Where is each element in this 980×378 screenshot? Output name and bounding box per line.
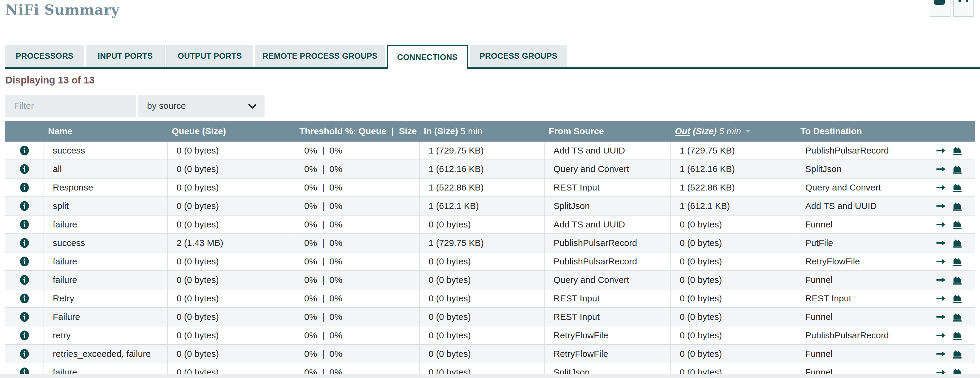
status-history-chart-icon[interactable] [952, 182, 963, 193]
status-history-chart-icon[interactable] [952, 219, 963, 230]
go-to-connection-arrow-icon[interactable] [936, 350, 946, 358]
tab-processors[interactable]: PROCESSORS [5, 45, 84, 67]
tab-process-groups[interactable]: PROCESS GROUPS [470, 45, 567, 67]
go-to-connection-arrow-icon[interactable] [936, 313, 946, 321]
status-history-chart-icon[interactable] [952, 330, 963, 341]
go-to-connection-arrow-icon[interactable] [936, 221, 946, 228]
tab-connections[interactable]: CONNECTIONS [387, 45, 468, 69]
info-circle-icon[interactable] [19, 182, 30, 193]
col-header-out-sorted[interactable]: Out (Size) 5 min [671, 121, 796, 141]
col-header-from-source[interactable]: From Source [544, 121, 671, 141]
row-actions [923, 197, 975, 215]
popout-icon [966, 0, 968, 2]
go-to-connection-arrow-icon[interactable] [936, 165, 946, 173]
status-history-chart-icon[interactable] [952, 201, 963, 211]
info-circle-icon[interactable] [19, 201, 30, 211]
popout-button[interactable] [953, 0, 974, 17]
from-source: PublishPulsarRecord [544, 234, 671, 252]
go-to-connection-arrow-icon[interactable] [936, 276, 946, 284]
col-header-threshold[interactable]: Threshold %: Queue | Size [295, 121, 420, 141]
queue-size: 0 (0 bytes) [168, 326, 295, 344]
go-to-connection-arrow-icon[interactable] [936, 332, 946, 339]
row-actions [923, 326, 975, 344]
to-destination: RetryFlowFile [796, 253, 923, 270]
col-header-name[interactable]: Name [44, 121, 168, 141]
col-header-queue[interactable]: Queue (Size) [168, 121, 295, 141]
row-info-cell [5, 308, 44, 326]
chevron-down-icon [248, 101, 256, 111]
to-destination: Query and Convert [796, 179, 923, 197]
info-circle-icon[interactable] [19, 330, 30, 341]
filter-mode-select[interactable]: by source [138, 95, 264, 117]
col-header-actions [923, 121, 975, 141]
summary-tab-bar: PROCESSORSINPUT PORTSOUTPUT PORTSREMOTE … [5, 45, 980, 69]
threshold-percent: 0% | 0% [295, 289, 420, 307]
status-history-chart-icon[interactable] [952, 293, 963, 304]
col-header-in[interactable]: In (Size) 5 min [420, 121, 544, 141]
table-row: retry 0 (0 bytes) 0% | 0% 0 (0 bytes) Re… [5, 326, 975, 345]
row-info-cell [5, 289, 44, 307]
from-source: Add TS and UUID [544, 141, 671, 159]
go-to-connection-arrow-icon[interactable] [936, 239, 946, 247]
in-size: 1 (522.86 KB) [420, 179, 544, 197]
sort-descending-icon [745, 130, 751, 133]
from-source: REST Input [544, 179, 671, 197]
queue-size: 0 (0 bytes) [168, 345, 295, 363]
from-source: REST Input [544, 308, 671, 326]
table-row: failure 0 (0 bytes) 0% | 0% 0 (0 bytes) … [5, 216, 975, 234]
row-info-cell [5, 216, 44, 233]
threshold-percent: 0% | 0% [295, 216, 420, 233]
threshold-percent: 0% | 0% [295, 197, 420, 215]
in-size: 0 (0 bytes) [420, 326, 544, 344]
status-history-chart-icon[interactable] [952, 348, 963, 359]
row-actions [923, 345, 975, 363]
in-size: 1 (729.75 KB) [420, 141, 544, 159]
status-history-chart-icon[interactable] [952, 256, 963, 267]
connection-name: Response [44, 179, 168, 197]
info-circle-icon[interactable] [19, 145, 30, 156]
info-circle-icon[interactable] [19, 311, 30, 322]
status-history-chart-icon[interactable] [952, 164, 963, 175]
out-size: 0 (0 bytes) [671, 289, 796, 307]
go-to-connection-arrow-icon[interactable] [936, 202, 946, 210]
go-to-connection-arrow-icon[interactable] [936, 184, 946, 191]
go-to-connection-arrow-icon[interactable] [936, 147, 946, 154]
in-size: 1 (612.16 KB) [420, 160, 544, 178]
info-circle-icon[interactable] [19, 348, 30, 359]
tab-remote-process-groups[interactable]: REMOTE PROCESS GROUPS [255, 45, 385, 67]
out-size: 1 (729.75 KB) [671, 141, 796, 159]
queue-size: 0 (0 bytes) [168, 308, 295, 326]
status-history-chart-icon[interactable] [952, 145, 963, 156]
info-circle-icon[interactable] [19, 275, 30, 285]
filter-input[interactable] [5, 95, 136, 117]
row-info-cell [5, 141, 44, 159]
filter-mode-value: by source [147, 101, 186, 111]
status-history-chart-icon[interactable] [952, 311, 963, 322]
from-source: RetryFlowFile [544, 345, 671, 363]
table-row: failure 0 (0 bytes) 0% | 0% 0 (0 bytes) … [5, 253, 975, 271]
col-header-to-destination[interactable]: To Destination [796, 121, 923, 141]
status-history-chart-icon[interactable] [952, 275, 963, 285]
info-circle-icon[interactable] [19, 293, 30, 304]
tab-output-ports[interactable]: OUTPUT PORTS [166, 45, 253, 67]
out-size: 1 (612.1 KB) [671, 197, 796, 215]
out-size: 1 (522.86 KB) [671, 179, 796, 197]
threshold-percent: 0% | 0% [295, 326, 420, 344]
row-info-cell [5, 197, 44, 215]
displaying-count: Displaying 13 of 13 [5, 75, 95, 86]
info-circle-icon[interactable] [19, 219, 30, 230]
system-diagnostics-button[interactable] [930, 0, 950, 17]
row-actions [923, 179, 975, 197]
row-info-cell [5, 179, 44, 197]
from-source: Query and Convert [544, 160, 671, 178]
tab-input-ports[interactable]: INPUT PORTS [86, 45, 165, 67]
status-history-chart-icon[interactable] [952, 238, 963, 248]
info-circle-icon[interactable] [19, 164, 30, 175]
go-to-connection-arrow-icon[interactable] [936, 257, 946, 265]
threshold-percent: 0% | 0% [295, 234, 420, 252]
go-to-connection-arrow-icon[interactable] [936, 295, 946, 302]
connections-table: Name Queue (Size) Threshold %: Queue | S… [5, 121, 975, 378]
info-circle-icon[interactable] [19, 256, 30, 267]
queue-size: 0 (0 bytes) [168, 141, 295, 159]
info-circle-icon[interactable] [19, 238, 30, 248]
